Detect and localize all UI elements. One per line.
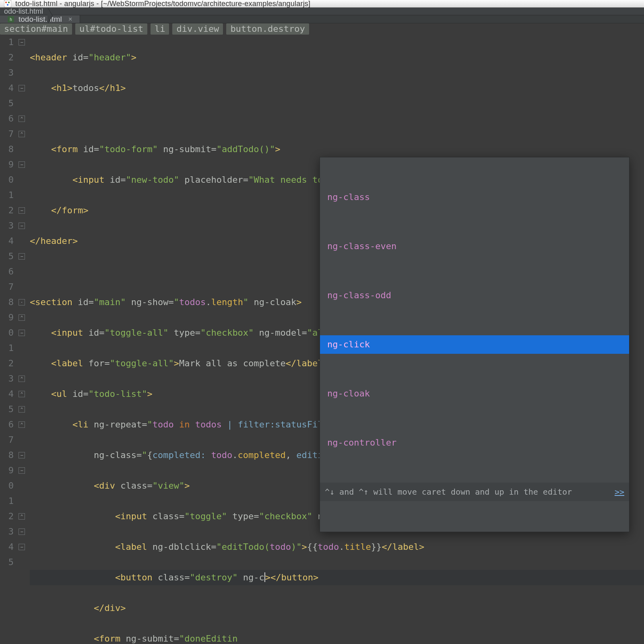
line-number: 1 (0, 188, 14, 203)
fold-toggle-icon[interactable]: − (19, 330, 25, 336)
svg-rect-0 (4, 0, 11, 7)
line-number: 2 (0, 203, 14, 218)
fold-toggle-icon[interactable]: − (19, 207, 25, 214)
fold-gutter: −−⌃⌃−−−−·⌃−⌃⌃⌃⌃−−⌃−− (16, 35, 30, 644)
close-icon[interactable]: × (68, 16, 72, 23)
line-number: 1 (0, 493, 14, 509)
autocomplete-popup[interactable]: ng-class ng-class-even ng-class-odd ng-c… (320, 157, 630, 532)
fold-toggle-icon[interactable]: ⌃ (19, 116, 25, 122)
line-number: 7 (0, 432, 14, 448)
html-file-icon: h (7, 16, 14, 23)
tab-todo-list[interactable]: h todo-list.html × (0, 15, 80, 23)
line-number: 9 (0, 463, 14, 478)
ide-window: todo-list.html - angularjs - [~/WebStorm… (0, 0, 644, 644)
line-number: 5 (0, 249, 14, 264)
line-number: 6 (0, 111, 14, 126)
dom-seg[interactable]: li (151, 23, 169, 35)
line-number: 7 (0, 279, 14, 295)
nav-breadcrumb: odo-list.html (0, 8, 644, 15)
fold-toggle-icon[interactable]: ⌃ (19, 131, 25, 137)
dom-seg[interactable]: ul#todo-list (75, 23, 147, 35)
svg-text:h: h (10, 17, 12, 22)
fold-toggle-icon[interactable]: − (19, 467, 25, 474)
line-number: 5 (0, 402, 14, 417)
window-title: todo-list.html - angularjs - [~/WebStorm… (15, 0, 310, 7)
fold-toggle-icon[interactable]: − (19, 452, 25, 458)
dom-breadcrumb: section#main ul#todo-list li div.view bu… (0, 23, 644, 35)
line-number: 2 (0, 509, 14, 524)
dom-seg[interactable]: button.destroy (226, 23, 309, 35)
line-number: 5 (0, 555, 14, 570)
breadcrumb-label: odo-list.html (4, 8, 43, 15)
autocomplete-option[interactable]: ng-controller (320, 433, 629, 452)
line-number: 0 (0, 325, 14, 341)
code-area[interactable]: <header id="header"> <h1>todos</h1> <for… (30, 35, 644, 644)
line-number: 8 (0, 142, 14, 157)
autocomplete-hint: ^↓ and ^↑ will move caret down and up in… (320, 483, 629, 501)
line-gutter: 12345678901234567890123456789012345 (0, 35, 16, 644)
fold-toggle-icon[interactable]: − (19, 39, 25, 45)
autocomplete-option[interactable]: ng-class-odd (320, 286, 629, 305)
svg-point-2 (8, 2, 10, 3)
autocomplete-option[interactable]: ng-class-even (320, 237, 629, 256)
svg-point-1 (5, 2, 7, 3)
tab-label: todo-list.html (19, 15, 62, 23)
autocomplete-option[interactable]: ng-cloak (320, 384, 629, 403)
fold-toggle-icon[interactable]: − (19, 85, 25, 91)
fold-toggle-icon[interactable]: − (19, 161, 25, 168)
line-number: 3 (0, 65, 14, 80)
fold-toggle-icon[interactable]: ⌃ (19, 421, 25, 428)
line-number: 9 (0, 310, 14, 325)
dom-seg[interactable]: section#main (0, 23, 72, 35)
fold-toggle-icon[interactable]: ⌃ (19, 513, 25, 520)
app-icon (4, 0, 11, 7)
line-number: 5 (0, 96, 14, 111)
editor-tabs: h todo-list.html × (0, 15, 644, 23)
breadcrumb-item[interactable]: odo-list.html (0, 8, 49, 15)
autocomplete-more-link[interactable]: >> (615, 484, 624, 500)
line-number: 2 (0, 50, 14, 65)
fold-toggle-icon[interactable]: ⌃ (19, 376, 25, 382)
line-number: 4 (0, 539, 14, 555)
line-number: 3 (0, 371, 14, 386)
line-number: 9 (0, 157, 14, 172)
fold-toggle-icon[interactable]: − (19, 544, 25, 550)
line-number: 4 (0, 386, 14, 402)
autocomplete-option[interactable]: ng-class (320, 188, 629, 206)
fold-toggle-icon[interactable]: − (19, 528, 25, 535)
editor: 12345678901234567890123456789012345 −−⌃⌃… (0, 35, 644, 644)
titlebar: todo-list.html - angularjs - [~/WebStorm… (0, 0, 644, 8)
line-number: 0 (0, 172, 14, 188)
line-number: 1 (0, 35, 14, 50)
autocomplete-option-selected[interactable]: ng-click (320, 335, 629, 354)
fold-toggle-icon[interactable]: − (19, 223, 25, 229)
line-number: 6 (0, 417, 14, 432)
line-number: 7 (0, 126, 14, 142)
dom-seg[interactable]: div.view (172, 23, 223, 35)
fold-toggle-icon[interactable]: ⌃ (19, 391, 25, 397)
line-number: 8 (0, 448, 14, 463)
line-number: 3 (0, 524, 14, 539)
line-number: 8 (0, 295, 14, 310)
line-number: 4 (0, 233, 14, 249)
line-number: 3 (0, 218, 14, 233)
svg-point-3 (7, 4, 8, 6)
fold-toggle-icon[interactable]: · (19, 299, 25, 305)
fold-toggle-icon[interactable]: ⌃ (19, 314, 25, 321)
line-number: 2 (0, 356, 14, 371)
fold-toggle-icon[interactable]: − (19, 253, 25, 260)
line-number: 1 (0, 341, 14, 356)
autocomplete-hint-text: ^↓ and ^↑ will move caret down and up in… (325, 484, 572, 500)
line-number: 4 (0, 80, 14, 96)
line-number: 6 (0, 264, 14, 279)
line-number: 0 (0, 478, 14, 493)
fold-toggle-icon[interactable]: ⌃ (19, 406, 25, 413)
